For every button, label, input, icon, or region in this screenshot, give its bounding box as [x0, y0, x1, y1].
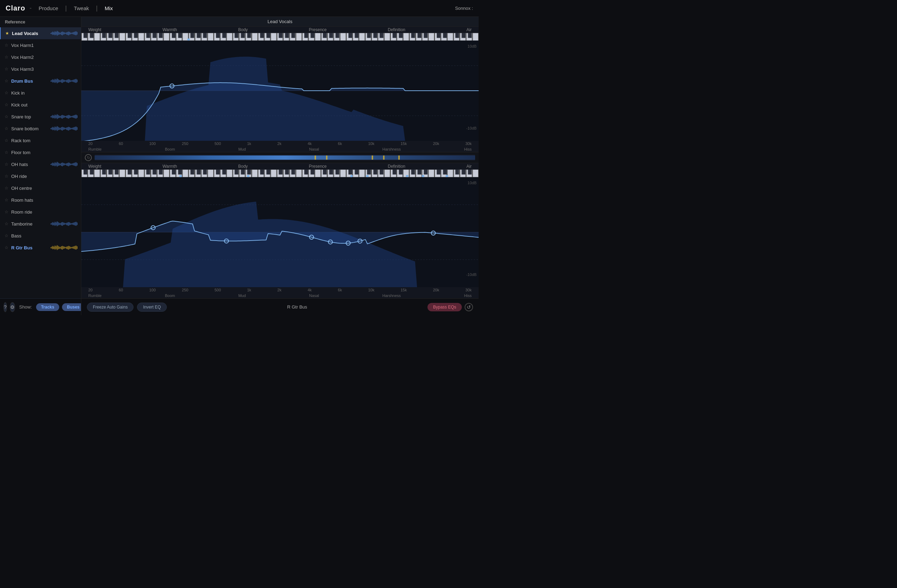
track-name: Room hats — [11, 197, 77, 203]
star-icon: ☆ — [3, 67, 9, 72]
track-list: ★Lead Vocals☆Vox Harm1☆Vox Harm2☆Vox Har… — [0, 27, 81, 298]
fn-nasal: Nasal — [309, 147, 319, 151]
fn-harshness: Harshness — [382, 147, 401, 151]
sidebar-header: Reference — [0, 17, 81, 27]
track-item-rack-tom[interactable]: ☆Rack tom — [0, 134, 81, 147]
track-item-vox-harm2[interactable]: ☆Vox Harm2 — [0, 51, 81, 63]
freq-500: 500 — [214, 142, 221, 146]
bot-freq-axis: 20 60 100 250 500 1k 2k 4k 6k 10k 15k 20… — [81, 287, 479, 293]
track-item-bass[interactable]: ☆Bass — [0, 230, 81, 242]
bot-fn-rumble: Rumble — [88, 293, 102, 298]
show-label: Show: — [19, 304, 32, 310]
track-item-oh-centre[interactable]: ☆OH centre — [0, 182, 81, 194]
star-icon: ☆ — [3, 138, 9, 143]
star-icon: ☆ — [3, 162, 9, 167]
freq-10k: 10k — [368, 142, 375, 146]
top-freq-labels: Weight Warmth Body Presence Definition A… — [81, 27, 479, 33]
nav-produce[interactable]: Produce — [36, 4, 61, 12]
top-bar: Claro - Produce | Tweak | Mix Sonnox : — [0, 0, 479, 17]
track-item-drum-bus[interactable]: ☆Drum Bus — [0, 75, 81, 87]
star-icon: ☆ — [3, 55, 9, 60]
track-item-snare-bottom[interactable]: ☆Snare bottom — [0, 122, 81, 134]
top-label-warmth: Warmth — [162, 27, 177, 32]
freeze-button[interactable]: Freeze Auto Gains — [87, 302, 133, 312]
track-name: Bass — [11, 233, 77, 238]
panel-divider: ↻ — [81, 152, 479, 163]
track-item-lead-vocals[interactable]: ★Lead Vocals — [0, 27, 81, 39]
nav-sep2: | — [65, 5, 67, 12]
settings-button[interactable]: ⚙ — [10, 302, 15, 312]
top-freq-names: Rumble Boom Mud Nasal Harshness Hiss — [81, 147, 479, 152]
track-name: Lead Vocals — [12, 31, 51, 36]
invert-button[interactable]: Invert EQ — [137, 302, 167, 312]
app-title: Claro — [6, 4, 25, 12]
nav-sep1: - — [29, 5, 32, 12]
track-name: Room ride — [11, 209, 77, 215]
freq-20: 20 — [88, 142, 92, 146]
bottom-eq-graph[interactable]: 10dB -10dB — [81, 177, 479, 287]
bot-freq-100: 100 — [149, 288, 156, 292]
track-item-room-hats[interactable]: ☆Room hats — [0, 194, 81, 206]
track-name: Floor tom — [11, 150, 77, 155]
star-icon: ☆ — [3, 186, 9, 191]
track-item-vox-harm3[interactable]: ☆Vox Harm3 — [0, 63, 81, 75]
track-item-oh-ride[interactable]: ☆OH ride — [0, 170, 81, 182]
track-item-floor-tom[interactable]: ☆Floor tom — [0, 147, 81, 158]
bot-freq-60: 60 — [119, 288, 123, 292]
star-icon: ☆ — [3, 245, 9, 250]
bot-fn-harshness: Harshness — [382, 293, 401, 298]
sidebar: Reference ★Lead Vocals☆Vox Harm1☆Vox Har… — [0, 17, 81, 315]
track-name: OH hats — [11, 162, 51, 167]
track-name: OH ride — [11, 174, 77, 179]
freq-60: 60 — [119, 142, 123, 146]
track-item-kick-in[interactable]: ☆Kick in — [0, 87, 81, 99]
freq-15k: 15k — [401, 142, 407, 146]
help-button[interactable]: ? — [3, 302, 7, 312]
bot-label-definition: Definition — [388, 164, 406, 169]
waveform-mini — [51, 78, 77, 84]
bottom-bar: ? ⚙ Show: Tracks Buses Effects — [0, 298, 81, 315]
content-bottom-bar: Freeze Auto Gains Invert EQ R Gtr Bus By… — [81, 298, 479, 315]
bot-freq-20k: 20k — [433, 288, 439, 292]
track-item-kick-out[interactable]: ☆Kick out — [0, 99, 81, 111]
track-name: OH centre — [11, 186, 77, 191]
waveform-mini — [51, 113, 77, 120]
track-item-oh-hats[interactable]: ☆OH hats — [0, 158, 81, 170]
star-icon: ☆ — [3, 150, 9, 155]
tracks-filter-button[interactable]: Tracks — [36, 303, 59, 311]
top-eq-graph[interactable]: 10dB -10dB — [81, 41, 479, 141]
waveform-mini — [51, 30, 77, 37]
nav-tweak[interactable]: Tweak — [71, 4, 92, 12]
content-area: Lead Vocals Weight Warmth Body Presence … — [81, 17, 479, 315]
bot-label-weight: Weight — [88, 164, 101, 169]
top-eq-panel: Lead Vocals Weight Warmth Body Presence … — [81, 17, 479, 152]
bot-fn-hiss: Hiss — [464, 293, 471, 298]
track-name: R Gtr Bus — [11, 245, 51, 250]
freq-30k: 30k — [465, 142, 471, 146]
waveform-mini — [51, 161, 77, 167]
bot-freq-10k: 10k — [368, 288, 375, 292]
track-item-room-ride[interactable]: ☆Room ride — [0, 206, 81, 218]
star-icon: ☆ — [3, 43, 9, 47]
waveform-mini — [51, 125, 77, 132]
track-item-r-gtr-bus[interactable]: ☆R Gtr Bus — [0, 242, 81, 254]
track-item-vox-harm1[interactable]: ☆Vox Harm1 — [0, 39, 81, 51]
nav-mix[interactable]: Mix — [102, 4, 116, 12]
bot-label-warmth: Warmth — [162, 164, 177, 169]
bottom-freq-labels: Weight Warmth Body Presence Definition A… — [81, 163, 479, 170]
track-item-tamborine[interactable]: ☆Tamborine — [0, 218, 81, 230]
freq-250: 250 — [182, 142, 188, 146]
track-item-snare-top[interactable]: ☆Snare top — [0, 111, 81, 122]
sync-icon[interactable]: ↻ — [85, 154, 92, 161]
star-icon: ☆ — [3, 126, 9, 131]
freq-4k: 4k — [308, 142, 312, 146]
bypass-button[interactable]: Bypass EQs — [427, 303, 462, 312]
bot-freq-20: 20 — [88, 288, 92, 292]
buses-filter-button[interactable]: Buses — [62, 303, 81, 311]
bottom-piano-bar — [81, 170, 479, 177]
top-freq-axis: 20 60 100 250 500 1k 2k 4k 6k 10k 15k 20… — [81, 141, 479, 147]
track-name: Snare top — [11, 114, 51, 119]
action-buttons: Freeze Auto Gains Invert EQ — [87, 302, 167, 312]
top-panel-title-label: Lead Vocals — [268, 19, 292, 24]
refresh-icon[interactable]: ↺ — [465, 303, 473, 312]
